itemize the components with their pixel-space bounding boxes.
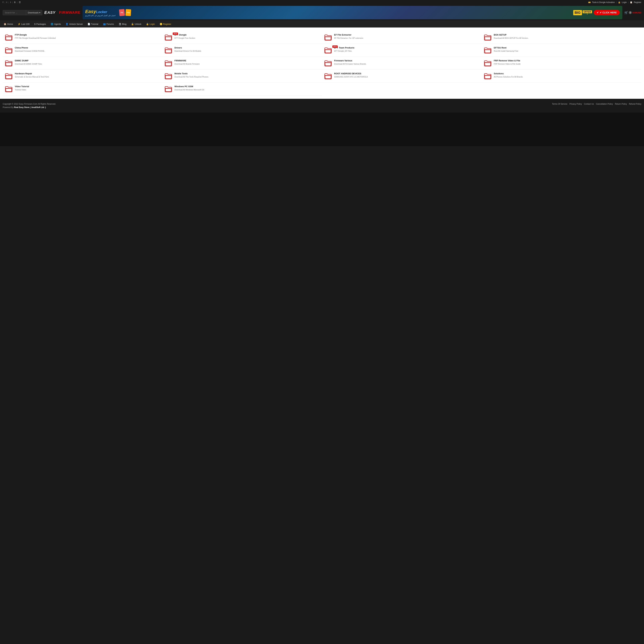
category-desc: Download All BOX-SETUP For All Version. bbox=[494, 37, 639, 39]
category-desc: EFT Dongle_EF Files bbox=[334, 50, 480, 52]
category-title: EFT Team Products bbox=[334, 46, 480, 49]
category-desc: Download Firmware CHINA PHONE. bbox=[15, 50, 160, 52]
category-info: EFTSU Root Root All model Samsung Free bbox=[494, 46, 639, 52]
category-title: Windows PC GSM bbox=[174, 85, 320, 88]
folder-icon bbox=[324, 34, 332, 41]
footer-link[interactable]: Cancellation Policy bbox=[596, 103, 613, 105]
nav-unlock[interactable]: 🔓 Unlock bbox=[129, 21, 144, 27]
footer-link[interactable]: Privacy Policy bbox=[569, 103, 582, 105]
home-icon: 🏠 bbox=[4, 23, 6, 25]
banner-offer: BIG OFFER ✦ bbox=[573, 10, 592, 15]
category-item[interactable]: Video Tutorial Tutorial Video bbox=[3, 83, 162, 95]
category-desc: FRP Remove Video & File Guide bbox=[494, 63, 639, 65]
category-item[interactable]: Windows PC GSM Download All Windows Micr… bbox=[162, 83, 322, 95]
category-info: FTP Dongle FTP File Dongle Download All … bbox=[15, 34, 160, 39]
category-title: EF File Extractor bbox=[334, 34, 480, 36]
blog-icon[interactable]: B bbox=[14, 1, 16, 4]
category-info: China Phone Download Firmware CHINA PHON… bbox=[15, 46, 160, 52]
category-title: Video Tutorial bbox=[15, 85, 160, 88]
rss-icon[interactable]: ☰ bbox=[19, 1, 21, 4]
nav-forums[interactable]: 👥 Forums bbox=[101, 21, 116, 27]
category-item[interactable]: NEW EFT Dongle EFT Dongle Free Section bbox=[162, 31, 322, 44]
category-item[interactable]: BOX-SETUP Download All BOX-SETUP For All… bbox=[482, 31, 641, 44]
category-desc: Download All EMMC DUMP Files bbox=[15, 63, 160, 65]
category-desc: All Phones Solutions For All Brands bbox=[494, 76, 639, 78]
nav-home[interactable]: 🏠 Home bbox=[1, 21, 15, 27]
nav-last100[interactable]: ⚡ Last 100 bbox=[15, 21, 32, 27]
search-input[interactable] bbox=[3, 10, 26, 15]
folder-icon bbox=[5, 73, 13, 80]
category-desc: EF File Extractor. For .EF extension bbox=[334, 37, 480, 39]
folder-icon bbox=[5, 34, 13, 41]
category-title: EFTSU Root bbox=[494, 46, 639, 49]
nav-packages[interactable]: $ Packages bbox=[32, 21, 48, 27]
search-area: Downloads ▾ bbox=[3, 10, 42, 15]
footer-link[interactable]: Refund Policy bbox=[629, 103, 641, 105]
site-logo[interactable]: E ASY FIRMWARE bbox=[44, 10, 80, 15]
category-item[interactable]: FRP Remove Video & File FRP Remove Video… bbox=[482, 57, 641, 70]
category-item[interactable]: EF File Extractor EF File Extractor. For… bbox=[322, 31, 482, 44]
category-item[interactable]: FTP Dongle FTP File Dongle Download All … bbox=[3, 31, 162, 44]
nav-login[interactable]: 🔒 Login bbox=[144, 21, 157, 27]
checkmark-icon: ✔ bbox=[597, 11, 599, 14]
downloads-button[interactable]: Downloads ▾ bbox=[26, 10, 42, 15]
click-here-button[interactable]: ✔ ✔ CLICK HERE bbox=[594, 10, 620, 15]
category-info: BOX-SETUP Download All BOX-SETUP For All… bbox=[494, 34, 639, 39]
category-title: Solutions bbox=[494, 72, 639, 75]
new-badge: NEW bbox=[173, 33, 178, 35]
category-info: Mobile Tools Download All The Tools Requ… bbox=[174, 72, 320, 78]
category-item[interactable]: Hardware Repair Schematic & Service Manu… bbox=[3, 70, 162, 83]
category-desc: EFT Dongle Free Section bbox=[174, 37, 320, 39]
footer-links: Terms Of ServicePrivacy PolicyContact Us… bbox=[552, 103, 641, 105]
social-links: f | t | I | B | ☰ bbox=[3, 1, 21, 4]
book-icon: 📓 bbox=[119, 23, 121, 25]
twitter-icon[interactable]: t bbox=[7, 1, 7, 4]
category-item[interactable]: ROOT ANDROID DEVICES SAMSUNG-SONY-HTC-LG… bbox=[322, 70, 482, 83]
category-title: Drivers bbox=[174, 46, 320, 49]
cart-area[interactable]: 🛒 0 0.00USD bbox=[624, 11, 641, 14]
unlock-icon: 🔓 bbox=[131, 23, 134, 25]
folder-icon bbox=[324, 47, 332, 54]
category-title: China Phone bbox=[15, 46, 160, 49]
folder-icon bbox=[164, 34, 172, 41]
category-info: EFT Dongle EFT Dongle Free Section bbox=[174, 34, 320, 39]
tools-link[interactable]: Tools & Dongle Activation bbox=[592, 1, 615, 4]
category-title: FRP Remove Video & File bbox=[494, 59, 639, 62]
category-item[interactable]: EMMC DUMP Download All EMMC DUMP Files bbox=[3, 57, 162, 70]
category-item[interactable]: Firmware Various Download All Firmware V… bbox=[322, 57, 482, 70]
category-item[interactable]: China Phone Download Firmware CHINA PHON… bbox=[3, 44, 162, 57]
category-info: Drivers Download Drivers For All Models bbox=[174, 46, 320, 52]
nav-tutorial[interactable]: 📄 Tutorial bbox=[85, 21, 101, 27]
category-desc: Download All Brands Firmware bbox=[174, 63, 320, 65]
category-item[interactable]: Drivers Download Drivers For All Models bbox=[162, 44, 322, 57]
category-item[interactable]: EFTSU Root Root All model Samsung Free bbox=[482, 44, 641, 57]
facebook-icon[interactable]: f bbox=[3, 1, 3, 4]
category-info: EFT Team Products EFT Dongle_EF Files bbox=[334, 46, 480, 52]
login-link[interactable]: Login bbox=[622, 1, 627, 4]
category-item[interactable]: FIRMWARE Download All Brands Firmware bbox=[162, 57, 322, 70]
footer: Copyright © 2022 Easy-Firmware.Com All R… bbox=[0, 99, 644, 113]
register-link[interactable]: Register bbox=[634, 1, 641, 4]
category-info: EF File Extractor EF File Extractor. For… bbox=[334, 34, 480, 39]
nav-unlock-server[interactable]: 👤 Unlock Server bbox=[63, 21, 85, 27]
footer-link[interactable]: Return Policy bbox=[615, 103, 627, 105]
footer-link[interactable]: Terms Of Service bbox=[552, 103, 567, 105]
category-item[interactable]: Solutions All Phones Solutions For All B… bbox=[482, 70, 641, 83]
nav-register[interactable]: 🪙 Register bbox=[157, 21, 174, 27]
document-icon: 📄 bbox=[88, 23, 90, 25]
category-desc: Download All Windows Microsoft OS bbox=[174, 89, 320, 91]
copyright-text: Copyright © 2022 Easy-Firmware.Com All R… bbox=[3, 103, 56, 105]
instagram-icon[interactable]: I bbox=[10, 1, 11, 4]
category-title: EMMC DUMP bbox=[15, 59, 160, 62]
nav-agents[interactable]: 🌐 Agents bbox=[48, 21, 63, 27]
footer-link[interactable]: Contact Us bbox=[584, 103, 594, 105]
category-desc: Download Drivers For All Models bbox=[174, 50, 320, 52]
dark-bottom bbox=[0, 113, 644, 146]
category-title: Mobile Tools bbox=[174, 72, 320, 75]
category-item[interactable]: NEW EFT Team Products EFT Dongle_EF File… bbox=[322, 44, 482, 57]
nav-blog[interactable]: 📓 Blog bbox=[116, 21, 129, 27]
category-item[interactable]: Mobile Tools Download All The Tools Requ… bbox=[162, 70, 322, 83]
new-badge: NEW bbox=[332, 45, 338, 48]
category-title: Firmware Various bbox=[334, 59, 480, 62]
category-info: FIRMWARE Download All Brands Firmware bbox=[174, 59, 320, 65]
